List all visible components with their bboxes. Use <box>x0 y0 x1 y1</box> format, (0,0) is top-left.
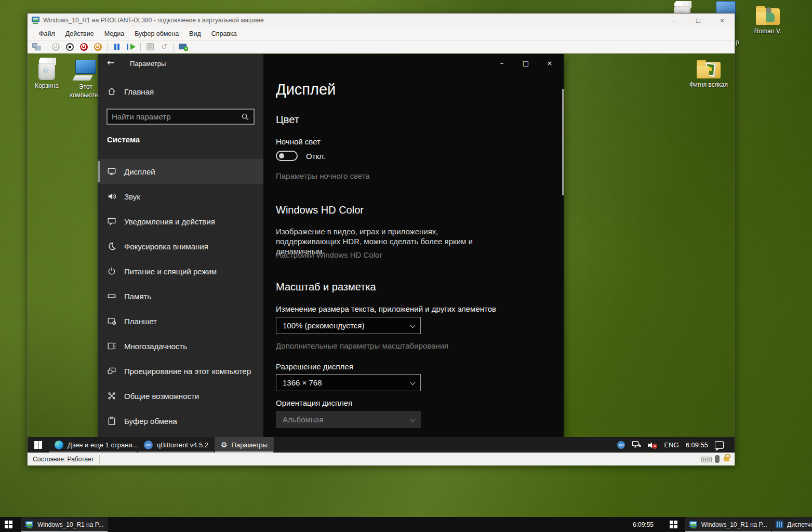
sidebar-item-label: Буфер обмена <box>124 417 177 425</box>
sidebar-item-display[interactable]: Дисплей <box>98 159 263 184</box>
sidebar-item-tablet[interactable]: Планшет <box>98 309 263 334</box>
taskbar-app-label: qBittorrent v4.5.2 <box>157 441 208 449</box>
sidebar-item-label: Проецирование на этот компьютер <box>124 367 251 376</box>
vm-recycle-bin-icon[interactable]: ♲ Корзина <box>28 58 68 90</box>
ctrl-alt-del-button[interactable] <box>32 42 41 51</box>
sidebar-item-power-sleep[interactable]: Питание и спящий режим <box>98 259 263 284</box>
hd-color-settings-link[interactable]: Настройки Windows HD Color <box>276 250 382 259</box>
sidebar-item-storage[interactable]: Память <box>98 284 263 309</box>
resume-button[interactable] <box>126 42 136 51</box>
sidebar-item-label: Общие возможности <box>124 392 199 401</box>
sidebar-items: Дисплей Звук Уведомления и действия <box>98 159 263 433</box>
host-start-button-monitor2[interactable] <box>665 517 682 532</box>
icon-label: Roman V. <box>754 28 781 35</box>
scale-label: Изменение размера текста, приложений и д… <box>276 304 496 313</box>
settings-maximize-button[interactable]: □ <box>518 57 534 69</box>
volume-muted-icon[interactable]: × <box>648 441 657 449</box>
sidebar-item-label: Дисплей <box>124 167 155 176</box>
this-pc-icon <box>74 60 98 82</box>
vm-start-button[interactable] <box>28 437 48 453</box>
mouse-capture-icon[interactable] <box>715 455 720 463</box>
sidebar-item-label: Питание и спящий режим <box>124 267 217 276</box>
host-user-folder-icon[interactable]: Roman V. <box>747 6 789 35</box>
network-tray-icon[interactable] <box>632 441 641 449</box>
vm-window-maximize-button[interactable]: □ <box>693 17 703 24</box>
sidebar-section-label: Система <box>107 135 140 144</box>
resolution-dropdown[interactable]: 1366 × 768 <box>276 374 421 391</box>
windows-logo-icon <box>670 521 677 528</box>
menu-help[interactable]: Справка <box>206 28 242 39</box>
sidebar-item-notifications[interactable]: Уведомления и действия <box>98 209 263 234</box>
resolution-value: 1366 × 768 <box>283 378 322 387</box>
night-light-settings-link[interactable]: Параметры ночного света <box>276 171 370 180</box>
language-indicator[interactable]: ENG <box>664 441 678 449</box>
home-icon <box>107 86 117 97</box>
host-clock[interactable]: 6:09:55 <box>633 517 654 532</box>
host-taskbar-vm-app[interactable]: Windows_10_R1 на P... <box>21 517 108 532</box>
sidebar-item-label: Память <box>124 292 151 301</box>
action-center-icon[interactable] <box>715 441 724 449</box>
scale-layout-heading: Масштаб и разметка <box>276 281 376 293</box>
settings-minimize-button[interactable]: – <box>494 57 510 69</box>
night-light-toggle[interactable] <box>276 151 298 161</box>
sidebar-item-multitasking[interactable]: Многозадачность <box>98 334 263 358</box>
host-taskbar-task-manager[interactable]: Диспетчер <box>771 517 812 532</box>
windows-logo-icon <box>5 521 12 528</box>
icon-label: Фигня всякая <box>689 81 728 89</box>
power-icon <box>107 266 117 276</box>
sidebar-item-sound[interactable]: Звук <box>98 184 263 209</box>
settings-search-box[interactable] <box>107 109 255 125</box>
sidebar-item-label: Планшет <box>124 317 157 326</box>
moon-icon <box>107 241 117 251</box>
sidebar-item-focus-assist[interactable]: Фокусировка внимания <box>98 234 263 259</box>
enhanced-session-button[interactable]: + <box>179 42 188 51</box>
vm-clock[interactable]: 6:09:55 <box>686 441 708 449</box>
back-arrow-icon[interactable]: ← <box>107 57 114 68</box>
settings-scrollbar-thumb[interactable] <box>562 89 564 195</box>
settings-main-panel: – □ × Дисплей Цвет Ночной свет Откл. Пар… <box>263 54 564 437</box>
taskbar-app-settings[interactable]: ⚙ Параметры <box>215 437 274 453</box>
sidebar-item-projecting[interactable]: Проецирование на этот компьютер <box>98 358 263 383</box>
qbittorrent-tray-icon[interactable]: qb <box>617 441 625 449</box>
save-state-button[interactable] <box>93 42 102 51</box>
taskbar-app-qbittorrent[interactable]: qb qBittorrent v4.5.2 <box>138 437 215 453</box>
taskbar-app-edge[interactable]: Дзен и еще 1 страни... <box>48 437 138 453</box>
sidebar-item-home[interactable]: Главная <box>107 86 154 97</box>
page-title: Дисплей <box>276 81 336 98</box>
settings-window: ← Параметры Главная Система Дис <box>98 54 564 437</box>
revert-button: ↺ <box>159 42 169 51</box>
settings-close-button[interactable]: × <box>542 57 557 69</box>
turn-off-button[interactable] <box>65 42 74 51</box>
shared-experiences-icon <box>107 391 117 401</box>
vm-misc-folder-icon[interactable]: Фигня всякая <box>688 60 729 89</box>
advanced-scaling-link[interactable]: Дополнительные параметры масштабирования <box>276 341 448 350</box>
sidebar-item-clipboard[interactable]: Буфер обмена <box>98 408 263 433</box>
shutdown-button[interactable] <box>79 42 88 51</box>
pause-button[interactable] <box>112 42 122 51</box>
menu-file[interactable]: Файл <box>34 28 60 39</box>
scale-dropdown[interactable]: 100% (рекомендуется) <box>276 317 421 334</box>
tablet-icon <box>107 316 117 326</box>
host-start-button[interactable] <box>0 517 17 532</box>
menu-view[interactable]: Вид <box>184 28 206 39</box>
clipboard-icon <box>107 416 117 426</box>
menu-clipboard[interactable]: Буфер обмена <box>129 28 184 39</box>
chevron-down-icon <box>410 416 416 421</box>
keyboard-capture-icon[interactable] <box>701 457 712 462</box>
vm-guest-desktop: ♲ Корзина Этот компьютер Фигня всякая ← <box>28 54 735 453</box>
vm-window-titlebar[interactable]: Windows_10_R1 на PROLIANT-DL380 - подклю… <box>28 14 735 27</box>
menu-media[interactable]: Медиа <box>99 28 129 39</box>
sidebar-item-shared-experiences[interactable]: Общие возможности <box>98 383 263 408</box>
settings-sidebar: ← Параметры Главная Система Дис <box>98 54 263 437</box>
menu-action[interactable]: Действие <box>60 28 99 39</box>
host-taskbar-vm-app-monitor2[interactable]: Windows_10_R1 на P... <box>685 517 772 532</box>
search-input[interactable] <box>108 112 241 121</box>
taskbar-app-label: Windows_10_R1 на P... <box>701 521 767 528</box>
home-label: Главная <box>124 87 154 96</box>
projecting-icon <box>107 366 117 376</box>
vm-window-minimize-button[interactable]: – <box>669 17 680 24</box>
host-desktop: ♲ Roman V. р Windows_10_R1 на PROLIANT-D… <box>0 0 812 532</box>
sidebar-item-label: Звук <box>124 192 140 201</box>
vm-window-close-button[interactable]: × <box>717 17 727 24</box>
search-icon <box>241 113 249 121</box>
